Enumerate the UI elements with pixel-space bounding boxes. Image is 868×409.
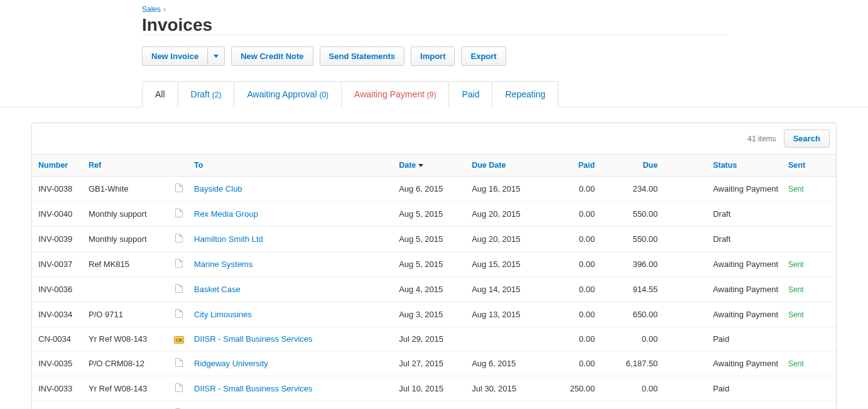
cell-number: INV-0033 [32,376,84,401]
invoice-to-link[interactable]: Marine Systems [194,259,252,269]
table-row[interactable]: INV-0037Ref MK815Marine SystemsAug 5, 20… [32,252,836,277]
table-row[interactable]: INV-0040Monthly supportRex Media GroupAu… [32,202,836,227]
table-row[interactable]: INV-0024TrainingBoom FMJul 9, 2015Jul 19… [32,401,836,410]
cell-due-date [467,327,537,351]
cell-due: 6,187.50 [600,351,663,376]
invoice-table: Number Ref To Date Due Date Paid Due Sta… [32,154,836,409]
column-date[interactable]: Date [394,155,467,177]
cell-status: Draft [663,202,783,227]
tab-awaiting-payment-count: (9) [427,90,437,99]
panel-toolbar: 41 items Search [32,123,836,154]
tab-awaiting-approval[interactable]: Awaiting Approval (0) [234,81,342,107]
table-row[interactable]: INV-0033Yr Ref W08-143DIISR - Small Busi… [32,376,836,401]
cell-due-date: Aug 20, 2015 [467,227,537,252]
table-row[interactable]: INV-0036Basket CaseAug 4, 2015Aug 14, 20… [32,277,836,302]
cell-number: INV-0024 [32,401,84,410]
cell-ref: Training [84,401,169,410]
invoice-to-link[interactable]: Basket Case [194,285,241,294]
sent-badge: Sent [788,359,804,368]
tab-awaiting-approval-count: (0) [319,90,328,99]
cell-due: 0.00 [600,327,663,351]
invoice-to-link[interactable]: Ridgeway University [194,359,268,368]
import-button[interactable]: Import [411,46,455,66]
cell-paid: 0.00 [537,351,600,376]
table-row[interactable]: INV-0035P/O CRM08-12Ridgeway UniversityJ… [32,351,836,376]
chevron-down-icon [214,55,219,58]
cell-due-date: Aug 13, 2015 [467,302,537,327]
tab-awaiting-payment-label: Awaiting Payment [354,89,425,99]
column-date-label: Date [399,161,416,170]
cell-date: Jul 10, 2015 [394,376,467,401]
sent-badge: Sent [788,260,804,269]
items-count: 41 items [747,134,776,143]
cell-number: INV-0035 [32,351,84,376]
cell-due-date: Jul 30, 2015 [467,376,537,401]
tab-repeating[interactable]: Repeating [492,81,558,107]
cell-icon [169,252,189,277]
invoice-to-link[interactable]: Bayside Club [194,184,242,194]
column-number[interactable]: Number [32,155,84,177]
invoice-to-link[interactable]: Rex Media Group [194,209,258,219]
cell-status: Paid [663,401,783,410]
table-row[interactable]: INV-0034P/O 9711City LimousinesAug 3, 20… [32,302,836,327]
invoice-to-link[interactable]: DIISR - Small Business Services [194,384,313,393]
new-credit-note-button[interactable]: New Credit Note [231,46,313,66]
column-ref[interactable]: Ref [84,155,169,177]
cell-due-date: Aug 20, 2015 [467,202,537,227]
document-icon [175,209,183,217]
column-paid[interactable]: Paid [537,155,600,177]
tab-paid[interactable]: Paid [448,81,492,107]
tab-draft[interactable]: Draft (2) [178,81,235,107]
breadcrumb-separator: › [163,5,166,14]
cell-status: Awaiting Payment [663,177,783,202]
invoice-to-link[interactable]: Hamilton Smith Ltd [194,234,263,244]
send-statements-button[interactable]: Send Statements [320,46,404,66]
tab-awaiting-payment[interactable]: Awaiting Payment (9) [341,81,449,107]
column-status[interactable]: Status [663,155,783,177]
cell-to: Marine Systems [189,252,394,277]
cell-actions [818,177,836,202]
cell-ref: Yr Ref W08-143 [84,327,169,351]
cell-actions [818,327,836,351]
new-invoice-button[interactable]: New Invoice [142,46,207,66]
breadcrumb-sales[interactable]: Sales [142,5,161,14]
search-button[interactable]: Search [784,129,830,148]
invoice-to-link[interactable]: City Limousines [194,310,252,319]
sort-desc-icon [418,164,423,167]
column-sent[interactable]: Sent [783,155,818,177]
cell-paid: 0.00 [537,302,600,327]
cell-to: Boom FM [189,401,394,410]
cell-due: 234.00 [600,177,663,202]
cell-due-date: Jul 19, 2015 [467,401,537,410]
cell-date: Jul 29, 2015 [394,327,467,351]
cell-icon [169,401,189,410]
cell-actions [818,351,836,376]
document-icon [175,358,183,367]
invoice-to-link[interactable]: DIISR - Small Business Services [194,334,313,344]
column-due[interactable]: Due [600,155,663,177]
cell-ref: Monthly support [84,227,169,252]
column-due-date[interactable]: Due Date [467,155,537,177]
cell-date: Aug 6, 2015 [394,177,467,202]
cell-paid: 0.00 [537,277,600,302]
cell-sent: Sent [783,177,818,202]
table-row[interactable]: INV-0039Monthly supportHamilton Smith Lt… [32,227,836,252]
export-button[interactable]: Export [461,46,506,66]
cell-icon [169,351,189,376]
new-invoice-dropdown[interactable] [207,46,225,66]
action-bar: New Invoice New Credit Note Send Stateme… [142,46,868,66]
divider [142,35,726,35]
cell-status: Awaiting Payment [663,252,783,277]
cell-to: Rex Media Group [189,202,394,227]
table-row[interactable]: INV-0038GB1-WhiteBayside ClubAug 6, 2015… [32,177,836,202]
cell-paid: 0.00 [537,177,600,202]
invoice-panel: 41 items Search Number Ref To Date Due D… [31,123,837,409]
tab-all[interactable]: All [142,81,178,107]
sent-badge: Sent [788,185,804,194]
document-icon [175,309,183,318]
cell-sent [783,401,818,410]
cell-status: Paid [663,376,783,401]
column-to[interactable]: To [189,155,394,177]
table-row[interactable]: CN-0034Yr Ref W08-143CRDIISR - Small Bus… [32,327,836,351]
cell-due: 0.00 [600,401,663,410]
